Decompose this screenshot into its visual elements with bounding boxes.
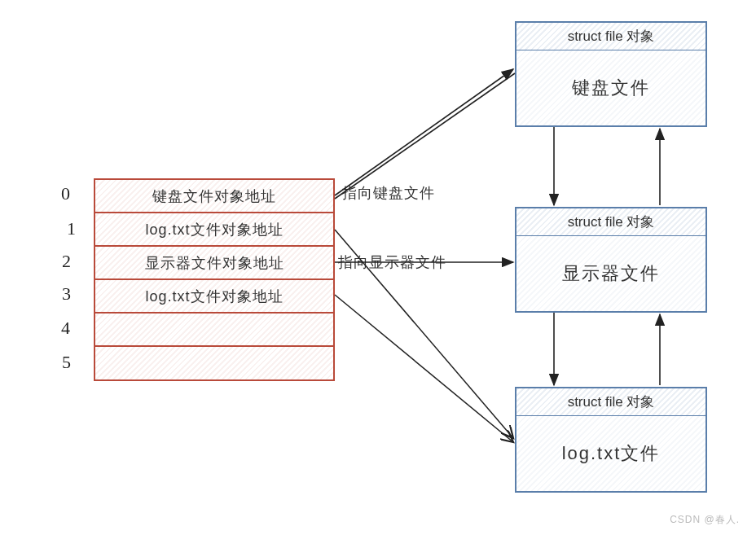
fd-table: 键盘文件对象地址 log.txt文件对象地址 显示器文件对象地址 log.txt…	[94, 178, 335, 381]
table-row: log.txt文件对象地址	[94, 278, 335, 312]
struct-body: 键盘文件	[516, 50, 705, 125]
struct-box-keyboard: struct file 对象 键盘文件	[515, 21, 707, 127]
struct-box-logtxt: struct file 对象 log.txt文件	[515, 387, 707, 493]
table-row	[94, 345, 335, 381]
svg-line-1	[335, 69, 513, 195]
index-3: 3	[62, 283, 71, 305]
struct-header: struct file 对象	[516, 23, 705, 50]
arrow-label-keyboard: 指向键盘文件	[342, 183, 435, 203]
struct-body: 显示器文件	[516, 236, 705, 311]
struct-body: log.txt文件	[516, 416, 705, 491]
table-row: log.txt文件对象地址	[94, 212, 335, 245]
svg-line-5	[335, 295, 513, 442]
index-2: 2	[62, 251, 71, 272]
index-5: 5	[62, 352, 71, 373]
index-0: 0	[61, 183, 70, 204]
table-row	[94, 312, 335, 345]
svg-line-2	[335, 73, 515, 199]
arrow-label-display: 指向显示器文件	[338, 252, 446, 272]
index-4: 4	[61, 318, 70, 339]
watermark: CSDN @春人.	[670, 513, 740, 527]
struct-header: struct file 对象	[516, 388, 705, 416]
table-row: 键盘文件对象地址	[94, 178, 335, 212]
struct-header: struct file 对象	[516, 208, 705, 236]
table-row: 显示器文件对象地址	[94, 245, 335, 278]
struct-box-display: struct file 对象 显示器文件	[515, 207, 707, 313]
index-1: 1	[67, 218, 76, 239]
